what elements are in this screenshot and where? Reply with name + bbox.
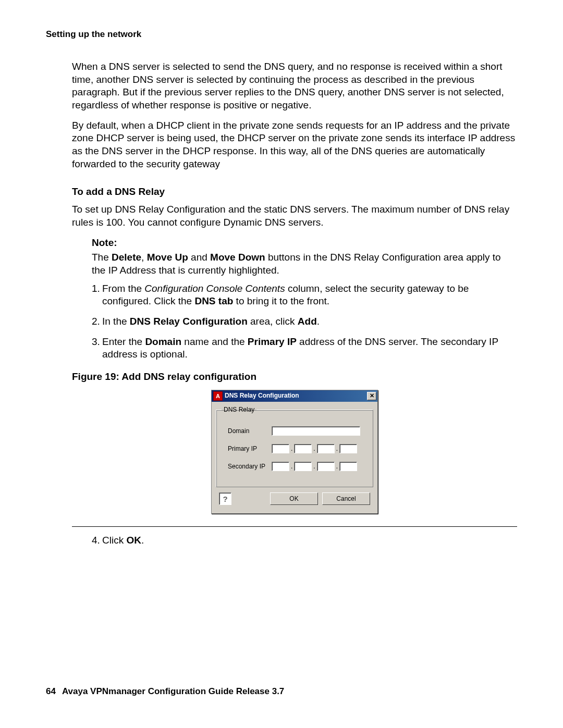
- dns-relay-legend: DNS Relay: [222, 406, 256, 414]
- secondary-ip-row: Secondary IP . . .: [228, 462, 368, 471]
- secondary-ip-label: Secondary IP: [228, 463, 272, 471]
- primary-ip-octet-3[interactable]: [317, 444, 335, 453]
- help-icon[interactable]: ?: [219, 492, 231, 505]
- secondary-ip-octet-4[interactable]: [339, 462, 357, 471]
- domain-label: Domain: [228, 427, 272, 436]
- figure-caption: Figure 19: Add DNS relay configuration: [72, 371, 517, 384]
- step-2: 2.In the DNS Relay Configuration area, c…: [72, 315, 517, 328]
- app-icon: A: [213, 391, 223, 401]
- paragraph-3: To set up DNS Relay Configuration and th…: [72, 203, 517, 229]
- running-header: Setting up the network: [46, 29, 517, 40]
- domain-input[interactable]: [272, 426, 360, 436]
- primary-ip-row: Primary IP . . .: [228, 444, 368, 453]
- secondary-ip-octet-3[interactable]: [317, 462, 335, 471]
- dns-relay-dialog: A DNS Relay Configuration ✕ DNS Relay Do…: [211, 390, 378, 514]
- note-body: The Delete, Move Up and Move Down button…: [92, 251, 517, 277]
- primary-ip-label: Primary IP: [228, 445, 272, 453]
- step-1: 1.From the Configuration Console Content…: [72, 282, 517, 308]
- page-footer: 64Avaya VPNmanager Configuration Guide R…: [46, 686, 284, 697]
- step-3: 3.Enter the Domain name and the Primary …: [72, 336, 517, 361]
- dialog-title: DNS Relay Configuration: [225, 392, 367, 400]
- ok-button[interactable]: OK: [270, 492, 318, 505]
- close-icon[interactable]: ✕: [367, 392, 376, 400]
- note: Note: The Delete, Move Up and Move Down …: [92, 237, 517, 277]
- primary-ip-octet-2[interactable]: [294, 444, 312, 453]
- secondary-ip-octet-2[interactable]: [294, 462, 312, 471]
- doc-title: Avaya VPNmanager Configuration Guide Rel…: [62, 686, 284, 696]
- page-number: 64: [46, 686, 56, 697]
- secondary-ip-octet-1[interactable]: [272, 462, 289, 471]
- section-heading: To add a DNS Relay: [72, 186, 517, 199]
- primary-ip-octet-4[interactable]: [339, 444, 357, 453]
- step-4: 4.Click OK.: [72, 534, 517, 547]
- domain-row: Domain: [228, 426, 368, 436]
- dialog-titlebar[interactable]: A DNS Relay Configuration ✕: [212, 390, 377, 402]
- cancel-button[interactable]: Cancel: [322, 492, 370, 505]
- figure-19: A DNS Relay Configuration ✕ DNS Relay Do…: [72, 390, 517, 527]
- paragraph-2: By default, when a DHCP client in the pr…: [72, 119, 517, 171]
- dns-relay-group: DNS Relay Domain Primary IP . . .: [216, 406, 373, 488]
- primary-ip-octet-1[interactable]: [272, 444, 289, 453]
- paragraph-1: When a DNS server is selected to send th…: [72, 60, 517, 112]
- note-label: Note:: [92, 237, 517, 250]
